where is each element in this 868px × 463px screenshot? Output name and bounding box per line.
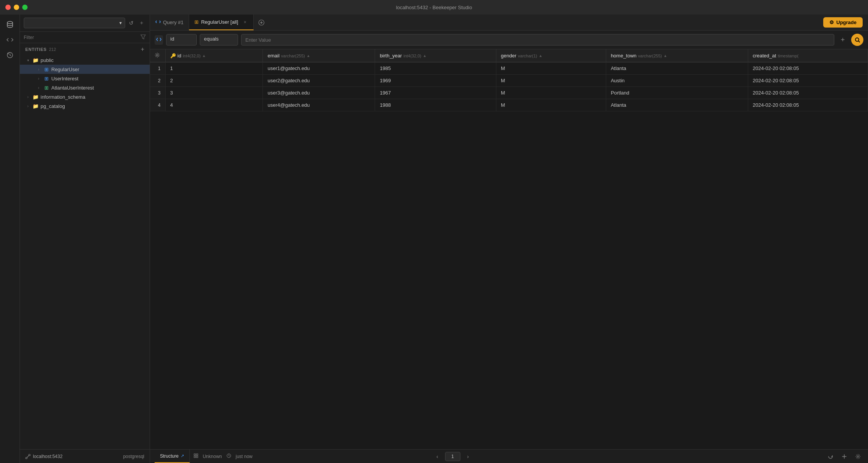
maximize-button[interactable] [22,5,28,10]
tree-item-atlantauserinterest[interactable]: › ⊞ AtlantaUserInterest [20,83,150,92]
col-header-created-at[interactable]: created_at timestamp( [748,49,868,62]
cell-created-at: 2024-02-20 02:08:05 [748,99,868,111]
filter-operator-select[interactable]: equals [200,34,238,46]
tree-item-pg-catalog[interactable]: › 📁 pg_catalog [20,101,150,111]
cell-birth-year: 1985 [375,62,496,75]
col-header-email[interactable]: email varchar(255) ▲ [263,49,375,62]
add-row-button[interactable] [839,451,850,462]
tree-item-label: UserInterest [51,76,78,82]
tree-item-public[interactable]: ▾ 📁 public [20,55,150,65]
refresh-db-icon[interactable]: ↺ [127,18,135,28]
tree-item-regularuser[interactable]: › ⊞ RegularUser [20,65,150,74]
page-input[interactable] [445,452,460,461]
cell-email: user4@gatech.edu [263,99,375,111]
cell-birth-year: 1988 [375,99,496,111]
filter-input[interactable] [24,35,140,40]
filter-icon [140,34,146,41]
connection-label: localhost:5432 [33,454,62,459]
add-tab-button[interactable] [255,16,268,29]
tree-item-userinterest[interactable]: › ⊞ UserInterest [20,74,150,83]
sort-icon-birth-year[interactable]: ▲ [423,54,427,58]
query-tab-icon [155,19,161,26]
window-controls [5,5,28,10]
cell-email: user1@gatech.edu [263,62,375,75]
tab-query1[interactable]: Query #1 [150,15,189,30]
chevron-right-icon: › [25,95,31,99]
chevron-down-icon: ▾ [119,20,122,26]
structure-link-icon[interactable]: ↗ [181,453,184,458]
col-type-birth-year: int4(32,0) [403,54,421,58]
filter-operator-value: equals [204,36,219,42]
sort-icon-gender[interactable]: ▲ [538,54,542,58]
next-page-button[interactable]: › [463,452,473,461]
prev-page-button[interactable]: ‹ [433,452,442,461]
cell-email: user3@gatech.edu [263,87,375,99]
filter-search-button[interactable] [851,34,863,46]
schema-label: information_schema [41,94,85,100]
refresh-table-button[interactable] [825,451,836,462]
cell-id: 2 [165,75,263,87]
add-connection-icon[interactable]: ＋ [137,18,146,28]
schema-icon: 📁 [32,57,39,63]
close-button[interactable] [5,5,11,10]
row-number: 3 [150,87,165,99]
row-number: 2 [150,75,165,87]
sidebar-code-icon[interactable] [3,33,17,47]
col-header-birth-year[interactable]: birth_year int4(32,0) ▲ [375,49,496,62]
content-filter-bar: id equals + [150,31,868,49]
table-row[interactable]: 4 4 user4@gatech.edu 1988 M Atlanta 2024… [150,99,868,111]
row-number: 4 [150,99,165,111]
cell-gender: M [496,75,606,87]
col-name-created-at: created_at [753,53,776,59]
col-settings[interactable] [150,49,165,62]
chevron-right-icon: › [25,104,31,108]
table-row[interactable]: 1 1 user1@gatech.edu 1985 M Atlanta 2024… [150,62,868,75]
svg-marker-2 [141,35,145,39]
sort-icon-email[interactable]: ▲ [307,54,310,58]
table-grid-icon [194,453,198,459]
sidebar-history-icon[interactable] [3,48,17,62]
sort-icon-home-town[interactable]: ▲ [663,54,667,58]
col-type-home-town: varchar(255) [638,54,662,58]
col-name-birth-year: birth_year [380,53,402,59]
connection-status: localhost:5432 [25,454,62,459]
table-row[interactable]: 3 3 user3@gatech.edu 1967 M Portland 202… [150,87,868,99]
structure-tab[interactable]: Structure ↗ [155,450,190,463]
tree-item-label: AtlantaUserInterest [51,85,94,91]
sidebar-db-icon[interactable] [3,18,17,31]
cell-home-town: Atlanta [606,99,748,111]
unknown-label: Unknown [203,454,222,459]
col-header-gender[interactable]: gender varchar(1) ▲ [496,49,606,62]
app-body: ▾ ↺ ＋ ENTITIES 212 + ▾ 📁 public [0,15,868,463]
filter-code-icon[interactable] [155,35,163,45]
filter-add-button[interactable]: + [837,34,848,45]
minimize-button[interactable] [14,5,19,10]
clock-icon [227,453,231,459]
db-type-label: postgresql [123,454,144,459]
col-type-created-at: timestamp( [778,54,798,58]
tree-item-information-schema[interactable]: › 📁 information_schema [20,92,150,101]
cell-home-town: Portland [606,87,748,99]
col-name-email: email [268,53,279,59]
tab-regularuser[interactable]: ⊞ RegularUser [all] × [189,15,254,30]
title-bar: localhost:5432 - Beekeeper Studio [0,0,868,15]
entities-add-button[interactable]: + [141,46,144,52]
chevron-right-icon: › [36,86,41,90]
table-row[interactable]: 2 2 user2@gatech.edu 1969 M Austin 2024-… [150,75,868,87]
tabs-bar: Query #1 ⊞ RegularUser [all] × ⚙ Upgrade [150,15,868,31]
upgrade-button[interactable]: ⚙ Upgrade [823,17,863,28]
col-name-gender: gender [501,53,516,59]
tab-close-button[interactable]: × [242,19,248,25]
col-header-home-town[interactable]: home_town varchar(255) ▲ [606,49,748,62]
col-header-id[interactable]: 🔑 id int4(32,0) ▲ [165,49,263,62]
sort-icon-id[interactable]: ▲ [202,54,206,58]
db-selector[interactable]: ▾ [24,18,125,28]
pagination: ‹ › [433,452,473,461]
entities-label: ENTITIES [25,47,47,52]
filter-value-input[interactable] [241,34,834,46]
cell-email: user2@gatech.edu [263,75,375,87]
filter-field-select[interactable]: id [166,34,197,46]
cell-birth-year: 1967 [375,87,496,99]
cell-home-town: Atlanta [606,62,748,75]
table-settings-button[interactable] [853,451,863,462]
